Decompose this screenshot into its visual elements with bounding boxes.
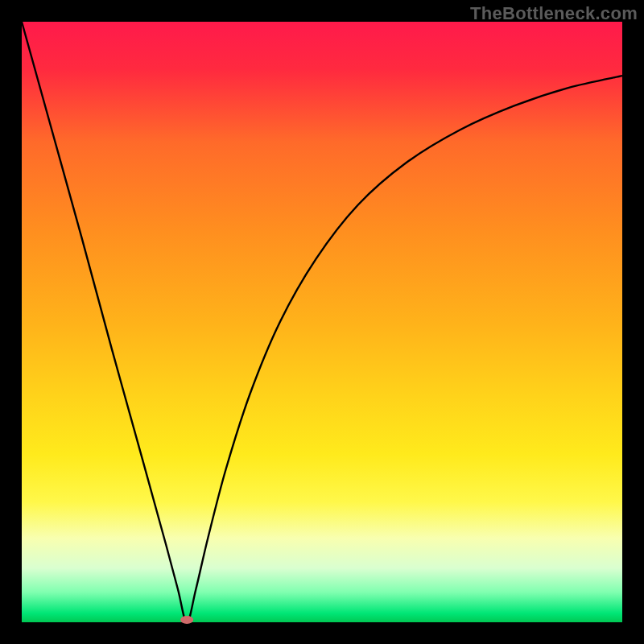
minimum-marker-icon [180,616,193,624]
bottleneck-chart: TheBottleneck.com [0,0,644,644]
watermark-text: TheBottleneck.com [470,3,638,24]
plot-area [22,22,622,622]
chart-svg [0,0,644,644]
